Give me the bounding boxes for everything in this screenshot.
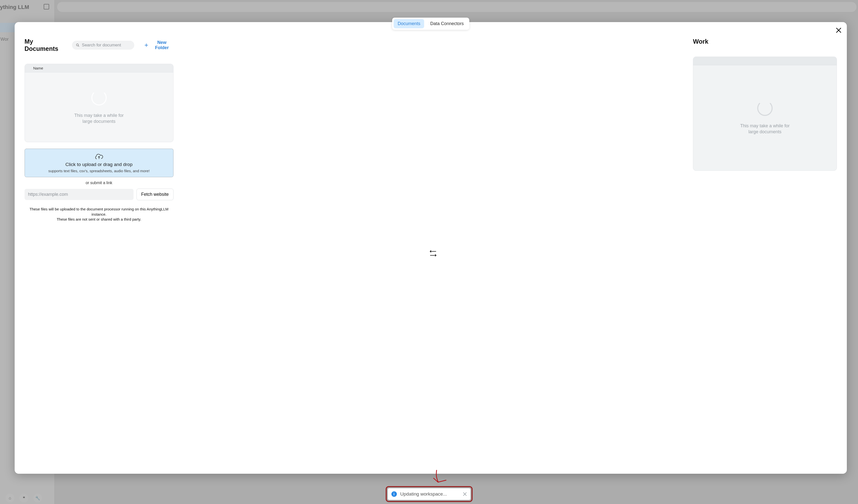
workspace-loading-spinner-icon — [757, 100, 773, 116]
swap-arrows-icon[interactable] — [428, 248, 438, 258]
tab-documents[interactable]: Documents — [394, 19, 424, 28]
new-folder-button[interactable]: New Folder — [144, 40, 174, 50]
workspace-title: Work — [693, 38, 837, 45]
new-folder-label: New Folder — [150, 40, 174, 50]
fetch-website-button[interactable]: Fetch website — [137, 189, 174, 200]
documents-modal: Documents Data Connectors My Documents — [15, 22, 847, 474]
my-documents-title: My Documents — [25, 38, 67, 52]
loading-text-line1: This may take a while for — [74, 113, 124, 118]
dropzone-sub-text: supports text files, csv's, spreadsheets… — [48, 169, 150, 173]
search-icon — [76, 43, 79, 47]
plus-icon — [144, 43, 148, 47]
search-input[interactable] — [82, 43, 130, 48]
cloud-upload-icon — [95, 153, 103, 160]
search-field[interactable] — [72, 41, 134, 50]
modal-tabs: Documents Data Connectors — [392, 18, 469, 30]
annotation-highlight-box: i Updating workspace... — [386, 486, 473, 502]
disclaimer-line1: These files will be uploaded to the docu… — [25, 207, 174, 217]
url-input[interactable] — [25, 189, 133, 200]
workspace-loading-line1: This may take a while for — [740, 123, 790, 128]
loading-text-line2: large documents — [82, 119, 115, 124]
my-documents-panel: Name This may take a while for large doc… — [25, 64, 174, 142]
toast: i Updating workspace... — [386, 486, 473, 502]
loading-spinner-icon — [91, 90, 107, 105]
tab-data-connectors[interactable]: Data Connectors — [426, 19, 467, 28]
info-icon: i — [392, 491, 397, 497]
close-icon[interactable] — [836, 27, 842, 33]
or-submit-link-label: or submit a link — [25, 181, 174, 185]
my-documents-name-header: Name — [25, 64, 173, 72]
workspace-loading-line2: large documents — [749, 129, 781, 134]
upload-dropzone[interactable]: Click to upload or drag and drop support… — [25, 149, 174, 177]
workspace-panel: Name This may take a while for large doc… — [693, 56, 837, 171]
toast-close-icon[interactable] — [463, 492, 467, 496]
disclaimer-line2: These files are not sent or shared with … — [25, 217, 174, 222]
workspace-name-header: Name — [693, 57, 837, 65]
dropzone-main-text: Click to upload or drag and drop — [65, 162, 132, 167]
toast-text: Updating workspace... — [400, 491, 459, 497]
